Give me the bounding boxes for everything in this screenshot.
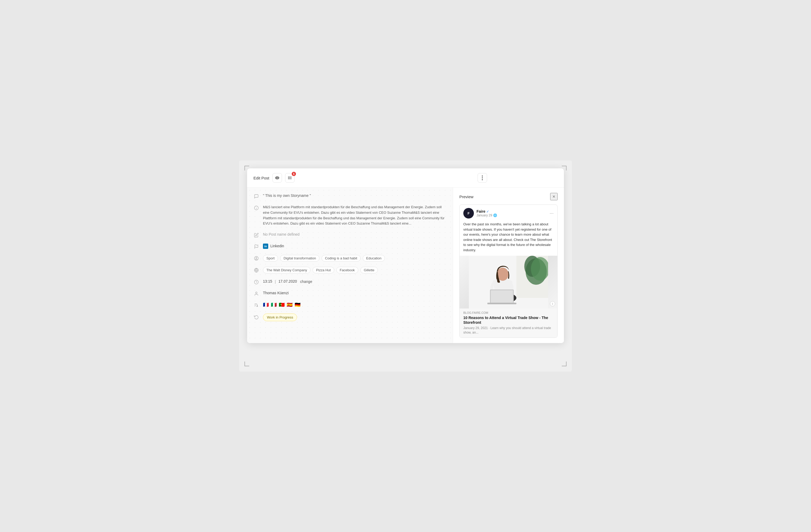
fb-verified-icon: ✓	[486, 209, 489, 214]
time-separator: |	[275, 280, 276, 284]
right-panel: Preview × F Faire ✓ January 29	[453, 188, 564, 343]
flag-es: 🇪🇸	[287, 302, 292, 308]
flag-fr: 🇫🇷	[263, 302, 269, 308]
fb-body-text: Over the past six months, we've been tal…	[460, 222, 557, 256]
companies-content: The Walt Disney Company Pizza Hut Facebo…	[263, 267, 446, 273]
status-content: Work in Progress	[263, 313, 446, 321]
svg-point-16	[256, 257, 257, 259]
tag-facebook: Facebook	[336, 267, 358, 273]
fb-card-header: F Faire ✓ January 29 🌐 ···	[460, 205, 557, 222]
clock-icon	[254, 279, 259, 285]
story-name-row: " This is my own Storyname "	[254, 193, 446, 199]
fb-image-placeholder: i	[460, 256, 557, 309]
time-content: 13:15 | 17.07.2020 change	[263, 279, 446, 284]
header-left: Edit Post 6	[254, 173, 404, 183]
tag-coding: Coding is a bad habit	[322, 255, 361, 262]
description-content: M&S lanciert eine Plattform mit standard…	[263, 204, 446, 226]
corner-bl	[244, 361, 249, 366]
tag-disney: The Walt Disney Company	[263, 267, 310, 273]
author-text: Thomas Küenzi	[263, 291, 289, 295]
network-row: in Linkedin	[254, 243, 446, 250]
fb-date-text: January 29	[476, 214, 492, 217]
flags-row: 🇫🇷 🇮🇹 🇵🇹 🇪🇸 🇩🇪	[254, 302, 446, 308]
time-row: 13:15 | 17.07.2020 change	[254, 279, 446, 285]
info-icon	[254, 205, 259, 211]
view-icon-button[interactable]	[273, 173, 282, 183]
list-icon-button[interactable]: 6	[285, 173, 295, 183]
fb-link-desc: January 29, 2021 · Learn why you should …	[463, 326, 554, 335]
network-content: in Linkedin	[263, 243, 446, 249]
fb-link-preview: BLOG.FAIRE.COM 10 Reasons to Attend a Vi…	[460, 309, 557, 338]
tags-list: Sport Digital transformation Coding is a…	[263, 255, 446, 262]
companies-row: The Walt Disney Company Pizza Hut Facebo…	[254, 267, 446, 273]
tags-content: Sport Digital transformation Coding is a…	[263, 255, 446, 262]
modal-body: " This is my own Storyname " M&S lancier…	[247, 188, 564, 343]
tags-row: Sport Digital transformation Coding is a…	[254, 255, 446, 262]
person-illustration	[469, 256, 548, 309]
screen: Edit Post 6	[239, 160, 572, 372]
fb-meta: Faire ✓ January 29 🌐	[476, 209, 547, 217]
more-options-button[interactable]	[478, 173, 487, 183]
tag-sport: Sport	[263, 255, 278, 262]
svg-point-20	[256, 292, 257, 294]
author-row: Thomas Küenzi	[254, 290, 446, 297]
svg-point-10	[482, 179, 483, 180]
date-text: 17.07.2020	[278, 279, 297, 284]
fb-globe-icon: 🌐	[493, 214, 497, 217]
flag-it: 🇮🇹	[271, 302, 277, 308]
time-text: 13:15	[263, 279, 272, 284]
svg-point-15	[255, 256, 258, 261]
companies-list: The Walt Disney Company Pizza Hut Facebo…	[263, 267, 446, 273]
tag-digital: Digital transformation	[280, 255, 319, 262]
companies-icon	[254, 267, 259, 273]
preview-header: Preview ×	[459, 193, 557, 200]
post-name-content: No Post name defined	[263, 232, 446, 237]
fb-more-button[interactable]: ···	[550, 210, 554, 216]
flags-list: 🇫🇷 🇮🇹 🇵🇹 🇪🇸 🇩🇪	[263, 302, 446, 308]
no-post-text: No Post name defined	[263, 232, 300, 236]
tags-icon	[254, 255, 259, 261]
badge-count: 6	[292, 172, 296, 176]
flag-icon	[254, 244, 259, 250]
edit-post-title: Edit Post	[254, 176, 269, 180]
fb-account-name: Faire	[476, 209, 485, 214]
tag-gillette: Gillette	[361, 267, 378, 273]
fb-info-icon[interactable]: i	[550, 301, 555, 307]
modal-header: Edit Post 6	[247, 168, 564, 188]
corner-tr	[562, 166, 567, 171]
history-icon	[254, 314, 259, 320]
status-badge: Work in Progress	[263, 313, 297, 321]
preview-title: Preview	[459, 194, 473, 199]
svg-point-8	[482, 175, 483, 176]
svg-point-9	[482, 177, 483, 178]
change-link[interactable]: change	[300, 280, 312, 284]
fb-avatar: F	[463, 208, 474, 219]
description-text: M&S lanciert eine Plattform mit standard…	[263, 205, 445, 225]
facebook-preview-card: F Faire ✓ January 29 🌐 ···	[459, 204, 557, 338]
corner-br	[562, 361, 567, 366]
flag-pt: 🇵🇹	[279, 302, 285, 308]
linkedin-icon: in	[263, 244, 268, 249]
description-row: M&S lanciert eine Plattform mit standard…	[254, 204, 446, 226]
fb-link-title: 10 Reasons to Attend a Virtual Trade Sho…	[463, 315, 554, 325]
translate-icon	[254, 302, 259, 308]
status-row: Work in Progress	[254, 313, 446, 321]
story-name-text: " This is my own Storyname "	[263, 193, 311, 198]
flag-de: 🇩🇪	[295, 302, 301, 308]
flags-content: 🇫🇷 🇮🇹 🇵🇹 🇪🇸 🇩🇪	[263, 302, 446, 308]
modal: Edit Post 6	[247, 168, 564, 343]
post-name-row: No Post name defined	[254, 232, 446, 238]
header-center	[407, 173, 557, 183]
edit-icon	[254, 232, 259, 238]
story-name-content: " This is my own Storyname "	[263, 193, 446, 199]
fb-date-row: January 29 🌐	[476, 214, 547, 217]
corner-tl	[244, 166, 249, 171]
fb-name-row: Faire ✓	[476, 209, 547, 214]
close-button[interactable]: ×	[550, 193, 557, 200]
author-icon	[254, 291, 259, 297]
fb-image-container: i	[460, 256, 557, 309]
svg-rect-1	[276, 177, 278, 179]
svg-rect-29	[487, 303, 516, 304]
fb-link-domain: BLOG.FAIRE.COM	[463, 311, 554, 314]
tag-pizzahut: Pizza Hut	[312, 267, 334, 273]
